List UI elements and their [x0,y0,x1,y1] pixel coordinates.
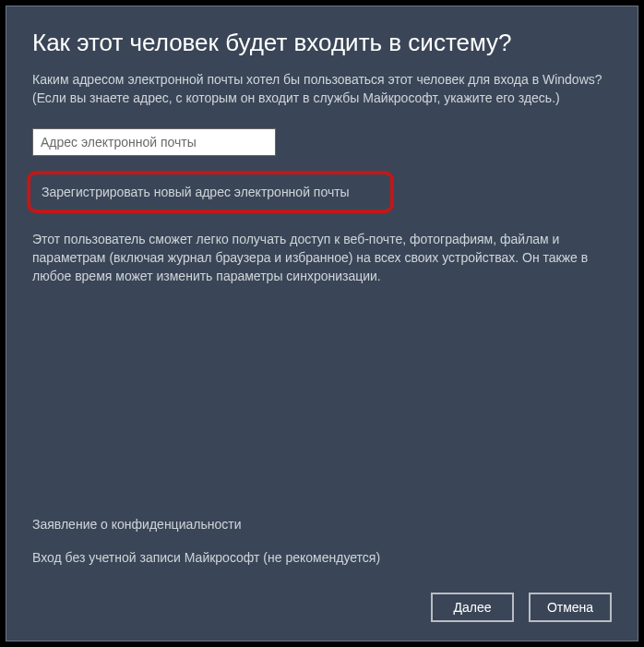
next-button[interactable]: Далее [431,593,514,622]
register-email-link[interactable]: Зарегистрировать новый адрес электронной… [42,185,350,199]
email-input[interactable] [32,128,276,156]
add-user-dialog: Как этот человек будет входить в систему… [6,6,638,641]
button-row: Далее Отмена [32,593,612,622]
dialog-title: Как этот человек будет входить в систему… [32,29,612,57]
cancel-button[interactable]: Отмена [529,593,612,622]
spacer [32,286,612,517]
register-email-highlight: Зарегистрировать новый адрес электронной… [27,171,394,213]
dialog-subtitle: Каким адресом электронной почты хотел бы… [32,70,612,108]
sync-info-text: Этот пользователь сможет легко получать … [32,230,612,286]
sign-in-without-account-link[interactable]: Вход без учетной записи Майкрософт (не р… [32,550,612,565]
privacy-statement-link[interactable]: Заявление о конфиденциальности [32,517,612,532]
